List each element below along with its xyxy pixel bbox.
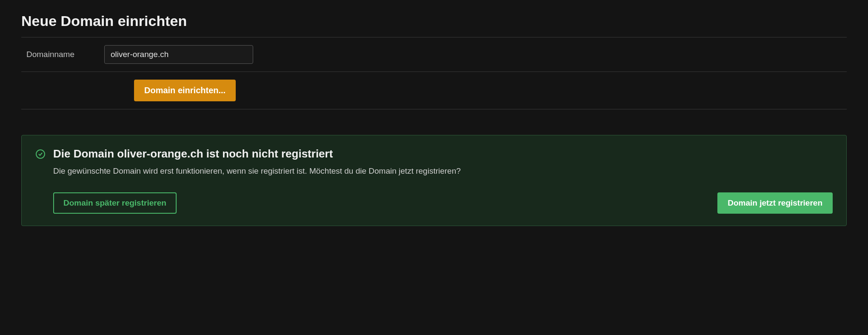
alert-content: Die Domain oliver-orange.ch ist noch nic… — [53, 147, 833, 214]
domain-name-label: Domainname — [21, 50, 74, 59]
register-later-button[interactable]: Domain später registrieren — [53, 192, 177, 214]
submit-row: Domain einrichten... — [21, 72, 847, 109]
check-circle-icon — [35, 147, 46, 214]
alert-actions: Domain später registrieren Domain jetzt … — [53, 192, 833, 214]
domain-status-alert: Die Domain oliver-orange.ch ist noch nic… — [21, 135, 847, 226]
domain-setup-button[interactable]: Domain einrichten... — [134, 80, 236, 101]
alert-title: Die Domain oliver-orange.ch ist noch nic… — [53, 147, 833, 160]
domain-name-row: Domainname — [21, 37, 847, 72]
alert-description: Die gewünschte Domain wird erst funktion… — [53, 166, 833, 177]
register-now-button[interactable]: Domain jetzt registrieren — [717, 192, 833, 214]
svg-point-0 — [36, 150, 45, 158]
domain-name-input[interactable] — [104, 45, 253, 64]
page-title: Neue Domain einrichten — [21, 13, 847, 37]
